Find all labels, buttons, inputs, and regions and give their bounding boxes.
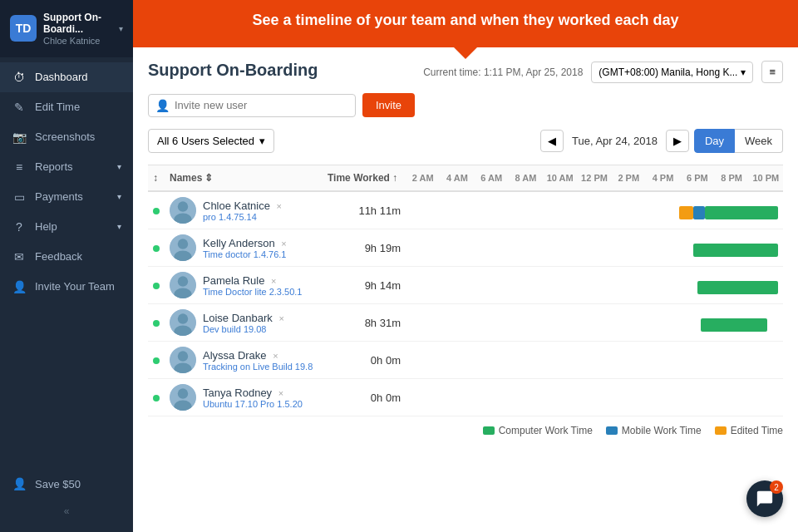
row-time-cell: 0h 0m (323, 342, 406, 379)
sidebar: TD Support On-Boardi... Chloe Katnice ▾ … (0, 0, 133, 532)
sidebar-item-label: Dashboard (35, 71, 88, 83)
row-time-cell: 0h 0m (323, 379, 406, 416)
timeline-bar (679, 206, 694, 219)
sidebar-item-feedback[interactable]: ✉ Feedback (0, 242, 133, 272)
user-sub: Ubuntu 17.10 Pro 1.5.20 (203, 399, 303, 409)
save-icon: 👤 (12, 477, 27, 490)
table-row: Loise Danbark × Dev build 19.08 8h 31m (148, 304, 783, 342)
user-filter-label: All 6 Users Selected (157, 135, 254, 147)
reports-icon: ≡ (12, 160, 27, 174)
table-row: Alyssa Drake × Tracking on Live Build 19… (148, 342, 783, 379)
avatar (170, 197, 196, 224)
user-remove-button[interactable]: × (281, 239, 286, 249)
hour-10pm: 10 PM (749, 170, 783, 186)
timeline-bar (693, 206, 704, 219)
table-header-row: ↕ Names ⇕ Time Worked ↑ (148, 165, 783, 192)
sidebar-nav: ⏱ Dashboard ✎ Edit Time 📷 Screenshots ≡ … (0, 57, 133, 469)
user-sub: Time Doctor lite 2.3.50.1 (203, 287, 302, 297)
help-arrow-icon: ▾ (117, 222, 121, 231)
timezone-dropdown-icon: ▾ (741, 66, 746, 78)
edit-time-icon: ✎ (12, 101, 27, 114)
hour-10am: 10 AM (543, 170, 577, 186)
user-name: Chloe Katnice (43, 36, 112, 46)
view-toggle: Day Week (694, 129, 783, 153)
filter-icon-button[interactable]: ≡ (761, 61, 783, 83)
sidebar-item-invite-team[interactable]: 👤 Invite Your Team (0, 272, 133, 302)
user-sub: Dev build 19.08 (203, 324, 284, 334)
timezone-selector[interactable]: (GMT+08:00) Manila, Hong K... ▾ (591, 62, 753, 83)
user-sub: Time doctor 1.4.76.1 (203, 249, 287, 259)
row-timeline-cell (406, 304, 783, 342)
svg-point-7 (178, 276, 188, 286)
sidebar-item-save[interactable]: 👤 Save $50 (0, 469, 133, 499)
row-status-cell (148, 379, 165, 416)
user-info: Chloe Katnice × pro 1.4.75.14 (203, 200, 282, 222)
row-time-cell: 8h 31m (323, 304, 406, 342)
row-timeline-cell (406, 342, 783, 379)
user-remove-button[interactable]: × (278, 313, 283, 323)
banner: See a timeline of your team and when the… (133, 0, 798, 47)
date-next-button[interactable]: ▶ (666, 130, 689, 152)
help-icon: ? (12, 220, 27, 234)
banner-text: See a timeline of your team and when the… (252, 12, 678, 28)
th-time-worked[interactable]: Time Worked ↑ (323, 165, 406, 192)
sidebar-collapse-button[interactable]: « (0, 499, 133, 524)
invite-button[interactable]: Invite (362, 93, 415, 117)
org-dropdown-icon[interactable]: ▾ (119, 24, 123, 33)
invite-input-wrap: 👤 (148, 94, 356, 117)
user-remove-button[interactable]: × (277, 201, 282, 211)
row-time-cell: 9h 19m (323, 229, 406, 267)
row-status-cell (148, 191, 165, 229)
feedback-icon: ✉ (12, 250, 27, 264)
hour-2am: 2 AM (406, 170, 440, 186)
sidebar-item-screenshots[interactable]: 📷 Screenshots (0, 122, 133, 152)
dashboard-icon: ⏱ (12, 71, 27, 84)
screenshots-icon: 📷 (12, 131, 27, 144)
content-header: Support On-Boarding Current time: 1:11 P… (148, 61, 783, 83)
date-nav: ◀ Tue, Apr 24, 2018 ▶ Day Week (540, 129, 783, 153)
hour-8pm: 8 PM (714, 170, 748, 186)
user-sub: pro 1.4.75.14 (203, 212, 282, 222)
chat-bubble[interactable]: 2 (746, 480, 783, 517)
user-remove-button[interactable]: × (271, 276, 276, 286)
user-remove-button[interactable]: × (278, 388, 283, 398)
sidebar-item-edit-time[interactable]: ✎ Edit Time (0, 92, 133, 122)
svg-point-10 (178, 313, 188, 323)
user-name: Tanya Rodney × (203, 387, 303, 399)
user-filter-dropdown-icon: ▾ (259, 135, 265, 147)
main-content: See a timeline of your team and when the… (133, 0, 798, 532)
row-status-cell (148, 342, 165, 379)
sidebar-item-label: Help (35, 220, 57, 233)
logo-icon: TD (10, 15, 37, 42)
timeline-bar (693, 244, 778, 257)
row-status-cell (148, 229, 165, 267)
sidebar-item-reports[interactable]: ≡ Reports ▾ (0, 152, 133, 182)
sidebar-logo[interactable]: TD Support On-Boardi... Chloe Katnice ▾ (0, 0, 133, 57)
sidebar-item-payments[interactable]: ▭ Payments ▾ (0, 182, 133, 212)
table-row: Tanya Rodney × Ubuntu 17.10 Pro 1.5.20 0… (148, 379, 783, 416)
content-area: Support On-Boarding Current time: 1:11 P… (133, 47, 798, 532)
th-timeline: 2 AM 4 AM 6 AM 8 AM 10 AM 12 PM 2 PM 4 P… (406, 165, 783, 192)
th-names[interactable]: Names ⇕ (165, 165, 323, 192)
chat-badge: 2 (770, 480, 783, 494)
filter-lines-icon: ≡ (769, 66, 776, 78)
row-timeline-cell (406, 267, 783, 304)
page-title: Support On-Boarding (148, 61, 318, 80)
hour-12pm: 12 PM (577, 170, 611, 186)
date-prev-button[interactable]: ◀ (540, 130, 564, 152)
view-day-button[interactable]: Day (694, 129, 735, 153)
time-sort-icon: ↑ (392, 172, 397, 184)
avatar (170, 309, 196, 336)
sidebar-item-help[interactable]: ? Help ▾ (0, 212, 133, 242)
user-filter-select[interactable]: All 6 Users Selected ▾ (148, 129, 274, 153)
legend-computer-dot (483, 426, 495, 435)
user-remove-button[interactable]: × (273, 351, 278, 361)
row-time-cell: 11h 11m (323, 191, 406, 229)
invite-input[interactable] (175, 99, 348, 111)
view-week-button[interactable]: Week (735, 129, 783, 153)
sidebar-item-dashboard[interactable]: ⏱ Dashboard (0, 62, 133, 92)
th-sort[interactable]: ↕ (148, 165, 165, 192)
header-right: Current time: 1:11 PM, Apr 25, 2018 (GMT… (423, 61, 783, 83)
avatar (170, 272, 196, 298)
row-status-cell (148, 267, 165, 304)
